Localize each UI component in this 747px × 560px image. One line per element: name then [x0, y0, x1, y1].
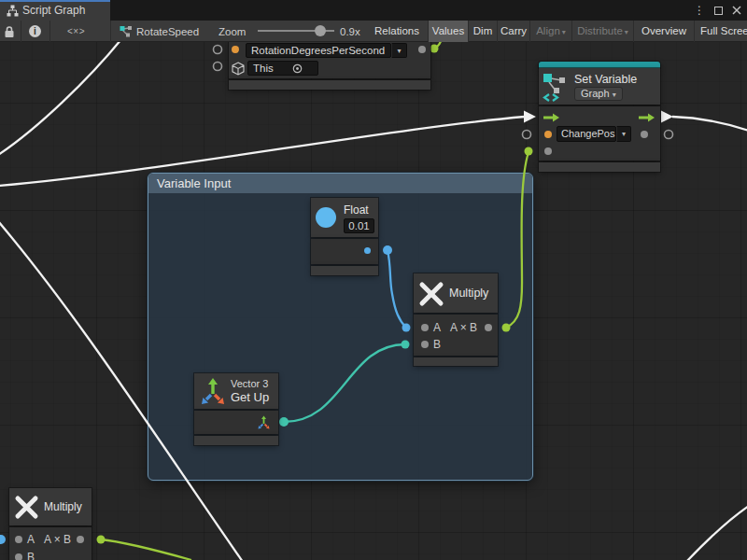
variable-kind-dropdown[interactable]: Graph ▾: [574, 87, 623, 101]
info-icon[interactable]: i: [29, 21, 41, 42]
input-b-port[interactable]: [421, 341, 429, 348]
target-object-field[interactable]: This: [247, 61, 318, 76]
multiply-node[interactable]: Multiply A A × B B: [414, 273, 498, 366]
group-title: Variable Input: [148, 174, 532, 193]
tab-title: Script Graph: [22, 4, 85, 17]
active-tab-highlight: [0, 0, 110, 2]
close-icon[interactable]: [732, 6, 741, 15]
value-input-port[interactable]: [544, 147, 552, 155]
node-color-strip: [539, 62, 660, 68]
node-title: Multiply: [44, 500, 82, 513]
output-label: A × B: [44, 533, 71, 546]
value-output-port[interactable]: [641, 131, 648, 138]
zoom-value: 0.9x: [340, 21, 360, 42]
output-label: A × B: [450, 321, 477, 334]
toolbar-button-carry[interactable]: Carry: [498, 21, 530, 42]
toolbar-button-distribute[interactable]: Distribute▾: [572, 21, 634, 42]
input-a-port[interactable]: [421, 324, 429, 331]
graph-name: RotateSpeed: [136, 26, 199, 37]
get-variable-node[interactable]: RotationDegreesPerSecond ▾ This: [229, 42, 430, 91]
float-node[interactable]: Float 0.01: [311, 198, 378, 276]
input-a-label: A: [27, 533, 35, 546]
type-label: Vector 3: [231, 378, 268, 389]
vector3-icon: [197, 375, 229, 406]
set-variable-caret[interactable]: ▾: [616, 126, 631, 142]
graph-asset-icon: [120, 25, 133, 37]
vector3-output-icon[interactable]: [256, 414, 272, 430]
float-output-port[interactable]: [364, 247, 371, 254]
toolbar-button-dim[interactable]: Dim: [469, 21, 498, 42]
input-b-port[interactable]: [15, 553, 22, 560]
toolbar-button-align[interactable]: Align▾: [530, 21, 572, 42]
tab-bar: Script Graph ⋮: [0, 0, 747, 21]
input-a-label: A: [433, 321, 441, 334]
variable-port-icon: [544, 131, 552, 138]
gameobject-cube-icon: [232, 62, 245, 76]
graph-breadcrumb[interactable]: RotateSpeed: [120, 21, 199, 42]
variable-name-dropdown[interactable]: RotationDegreesPerSecond: [246, 43, 391, 58]
toolbar-button-overview[interactable]: Overview: [634, 21, 695, 42]
input-b-label: B: [27, 551, 35, 560]
node-title: Float: [344, 203, 369, 217]
graph-toolbar: i <×> RotateSpeed Zoom 0.9x Relations Va…: [0, 21, 747, 42]
control-output-arrow[interactable]: [639, 113, 655, 122]
set-variable-icon: [543, 71, 571, 102]
node-title: Multiply: [449, 287, 488, 300]
toolbar-button-relations[interactable]: Relations: [366, 21, 429, 42]
code-view-icon[interactable]: <×>: [67, 21, 85, 42]
multiply-node-bottom[interactable]: Multiply A A × B B: [9, 488, 92, 560]
set-variable-name-dropdown[interactable]: ChangePos: [557, 126, 616, 142]
object-picker-icon[interactable]: [292, 63, 303, 74]
variable-port-icon: [232, 46, 239, 53]
tab-script-graph[interactable]: Script Graph: [0, 0, 110, 21]
get-up-node[interactable]: Vector 3 Get Up: [194, 373, 278, 445]
multiply-icon: [14, 495, 39, 520]
toolbar-button-values[interactable]: Values: [429, 21, 469, 42]
value-output-port[interactable]: [418, 46, 426, 53]
node-title: Get Up: [231, 390, 269, 404]
zoom-slider-thumb[interactable]: [315, 25, 326, 36]
input-a-port[interactable]: [15, 536, 22, 543]
zoom-label: Zoom: [218, 21, 246, 42]
output-port[interactable]: [77, 536, 84, 543]
control-input-arrow[interactable]: [543, 113, 560, 122]
float-value-input[interactable]: 0.01: [344, 218, 374, 233]
multiply-icon: [418, 281, 444, 307]
lock-icon[interactable]: [4, 21, 15, 42]
float-type-icon: [316, 207, 336, 228]
node-title: Set Variable: [574, 73, 637, 86]
set-variable-node[interactable]: Set Variable Graph ▾ ChangePos ▾: [539, 62, 660, 172]
variable-dropdown-caret[interactable]: ▾: [391, 43, 407, 58]
output-port[interactable]: [485, 324, 492, 331]
input-b-label: B: [433, 338, 441, 351]
menu-kebab-icon[interactable]: ⋮: [694, 4, 705, 17]
script-graph-icon: [7, 5, 19, 17]
toolbar-button-fullscreen[interactable]: Full Screen: [695, 21, 747, 42]
maximize-icon[interactable]: [714, 7, 723, 15]
